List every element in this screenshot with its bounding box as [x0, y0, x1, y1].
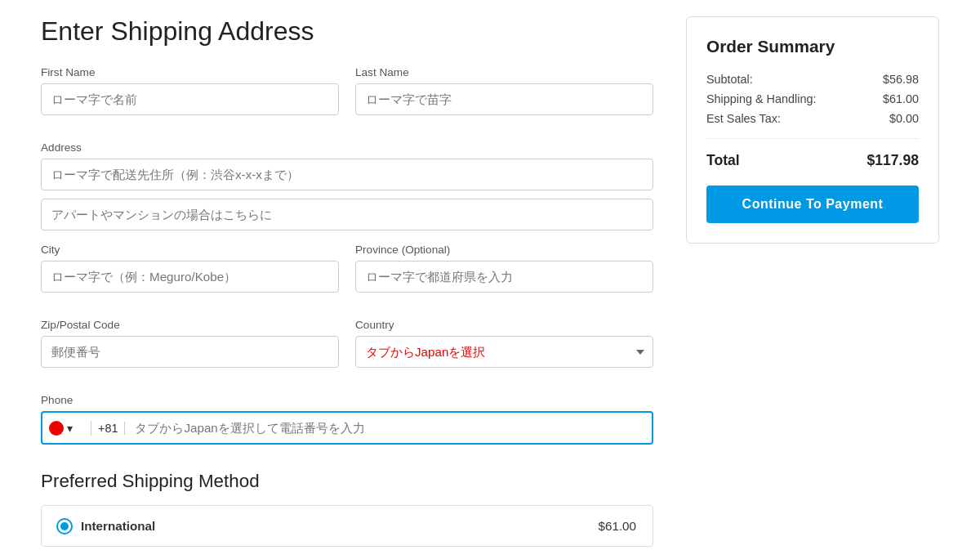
phone-label: Phone	[41, 394, 653, 406]
tax-line: Est Sales Tax: $0.00	[706, 112, 919, 125]
japan-flag-icon	[49, 421, 64, 436]
total-value: $117.98	[866, 152, 919, 169]
phone-field-container: ▾ +81	[41, 411, 653, 445]
continue-to-payment-button[interactable]: Continue To Payment	[706, 186, 919, 223]
flag-dropdown-icon: ▾	[67, 422, 73, 435]
zip-label: Zip/Postal Code	[41, 319, 339, 331]
name-row: First Name Last Name	[41, 66, 653, 128]
zip-group: Zip/Postal Code	[41, 319, 339, 368]
subtotal-value: $56.98	[883, 73, 919, 86]
shipping-label: Shipping & Handling:	[706, 92, 816, 105]
city-input[interactable]	[41, 261, 339, 293]
address-label: Address	[41, 141, 653, 154]
province-group: Province (Optional)	[355, 244, 653, 293]
phone-input[interactable]	[125, 413, 652, 443]
address-group: Address	[41, 141, 653, 230]
shipping-option-left: International	[58, 519, 155, 533]
phone-country-code: +81	[91, 422, 125, 435]
summary-divider	[706, 138, 919, 139]
tax-value: $0.00	[889, 112, 919, 125]
country-group: Country タブからJapanを選択 Japan	[355, 319, 653, 368]
first-name-group: First Name	[41, 66, 339, 115]
total-line: Total $117.98	[706, 152, 919, 169]
last-name-input[interactable]	[355, 83, 653, 115]
country-select[interactable]: タブからJapanを選択 Japan	[355, 336, 653, 368]
subtotal-line: Subtotal: $56.98	[706, 73, 919, 86]
zip-input[interactable]	[41, 336, 339, 368]
shipping-line: Shipping & Handling: $61.00	[706, 92, 919, 105]
phone-flag-selector[interactable]: ▾	[42, 421, 91, 436]
zip-country-row: Zip/Postal Code Country タブからJapanを選択 Jap…	[41, 319, 653, 381]
radio-selected-icon	[58, 520, 71, 533]
address2-input[interactable]	[41, 199, 653, 230]
city-province-row: City Province (Optional)	[41, 244, 653, 306]
first-name-input[interactable]	[41, 83, 339, 115]
last-name-label: Last Name	[355, 66, 653, 78]
shipping-option-price: $61.00	[599, 519, 636, 533]
order-summary-box: Order Summary Subtotal: $56.98 Shipping …	[686, 16, 939, 244]
address-input[interactable]	[41, 159, 653, 190]
order-summary-sidebar: Order Summary Subtotal: $56.98 Shipping …	[686, 16, 939, 547]
city-label: City	[41, 244, 339, 256]
last-name-group: Last Name	[355, 66, 653, 115]
country-label: Country	[355, 319, 653, 331]
shipping-form: Enter Shipping Address First Name Last N…	[41, 16, 653, 547]
total-label: Total	[706, 152, 740, 169]
city-group: City	[41, 244, 339, 293]
shipping-option-international[interactable]: International $61.00	[41, 505, 653, 547]
shipping-method-title: Preferred Shipping Method	[41, 471, 653, 492]
province-input[interactable]	[355, 261, 653, 293]
shipping-option-label: International	[81, 519, 155, 533]
province-label: Province (Optional)	[355, 244, 653, 256]
phone-group: Phone ▾ +81	[41, 394, 653, 445]
shipping-value: $61.00	[883, 92, 919, 105]
subtotal-label: Subtotal:	[706, 73, 753, 86]
page-title: Enter Shipping Address	[41, 16, 653, 47]
tax-label: Est Sales Tax:	[706, 112, 781, 125]
first-name-label: First Name	[41, 66, 339, 78]
order-summary-title: Order Summary	[706, 37, 919, 56]
